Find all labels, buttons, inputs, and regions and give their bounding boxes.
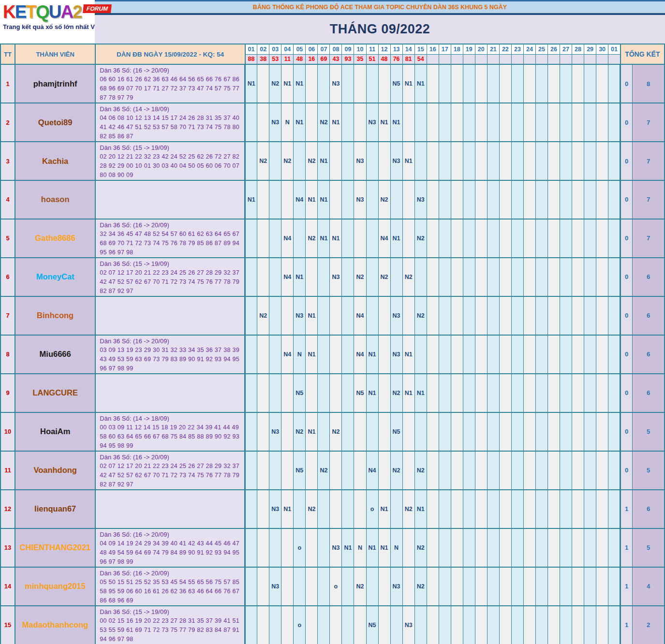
table-row: 3KachiaDàn 36 Số: (15 -> 19/09)02 20 12 … xyxy=(0,142,665,180)
day-cell xyxy=(523,64,535,103)
day-cell xyxy=(294,219,306,258)
day-cell: N5 xyxy=(390,64,402,103)
dan-range-label: Dàn 36 Số: (16 -> 20/09) xyxy=(100,569,242,578)
day-cell xyxy=(269,606,281,644)
day-cell xyxy=(535,180,547,219)
day-cell xyxy=(257,258,269,296)
day-cell xyxy=(414,142,427,180)
day-cell xyxy=(572,374,584,412)
day-column-header: 01 xyxy=(608,44,621,54)
day-cell xyxy=(451,451,463,490)
day-cell xyxy=(269,219,281,258)
day-cell xyxy=(378,64,390,103)
day-cell xyxy=(511,64,523,103)
total-left: 0 xyxy=(621,335,633,374)
table-row: 5Gathe8686Dàn 36 Số: (16 -> 20/09)32 34 … xyxy=(0,219,665,258)
day-cell xyxy=(245,490,257,528)
dan-cell: Dàn 36 Số: (16 -> 20/09)03 09 13 19 23 2… xyxy=(95,335,245,374)
day-cell: N3 xyxy=(354,180,366,219)
day-cell xyxy=(439,103,451,142)
day-cell xyxy=(487,567,499,606)
day-cell xyxy=(511,296,523,335)
day-cell: N2 xyxy=(402,258,414,296)
day-cell: N4 xyxy=(281,219,294,258)
total-right: 7 xyxy=(633,142,665,180)
day-cell xyxy=(596,528,608,567)
day-cell xyxy=(608,374,621,412)
total-left: 0 xyxy=(621,64,633,103)
total-right: 6 xyxy=(633,335,665,374)
day-cell xyxy=(499,142,511,180)
row-number: 14 xyxy=(0,567,15,606)
day-cell xyxy=(572,412,584,451)
day-cell: N2 xyxy=(294,412,306,451)
day-cell xyxy=(560,180,572,219)
row-number: 6 xyxy=(0,258,15,296)
day-cell xyxy=(342,103,354,142)
row-number: 15 xyxy=(0,606,15,644)
day-cell xyxy=(427,258,439,296)
day-cell xyxy=(596,296,608,335)
day-cell xyxy=(427,606,439,644)
member-name: hoason xyxy=(15,180,95,219)
day-cell xyxy=(378,451,390,490)
day-cell xyxy=(342,258,354,296)
day-cell xyxy=(427,219,439,258)
dan-numbers: 05 50 15 51 25 52 35 53 45 54 55 65 56 7… xyxy=(100,578,242,605)
row-number: 13 xyxy=(0,528,15,567)
dan-cell xyxy=(95,490,245,528)
day-cell xyxy=(427,180,439,219)
day-cell xyxy=(245,567,257,606)
day-cell xyxy=(475,528,487,567)
dan-range-label: Dàn 36 Số: (16 -> 20/09) xyxy=(100,530,242,539)
day-cell: N3 xyxy=(330,64,342,103)
day-cell: N1 xyxy=(414,374,427,412)
day-cell xyxy=(427,567,439,606)
day-cell: N1 xyxy=(306,296,318,335)
day-result xyxy=(511,54,523,64)
day-cell xyxy=(245,219,257,258)
day-cell: N1 xyxy=(366,374,378,412)
day-cell xyxy=(281,412,294,451)
day-column-header: 01 xyxy=(245,44,257,54)
day-cell xyxy=(342,142,354,180)
day-cell xyxy=(463,335,475,374)
day-cell: N5 xyxy=(390,412,402,451)
banner-title: BẢNG THỐNG KÊ PHONG ĐỘ ACE THAM GIA TOPI… xyxy=(95,0,665,15)
day-cell xyxy=(318,528,330,567)
day-cell xyxy=(245,103,257,142)
day-cell: N1 xyxy=(378,528,390,567)
day-cell: N1 xyxy=(402,142,414,180)
day-cell xyxy=(257,567,269,606)
day-cell: N1 xyxy=(330,219,342,258)
table-row: 10HoaiAmDàn 36 Số: (14 -> 18/09)00 03 09… xyxy=(0,412,665,451)
day-cell xyxy=(475,606,487,644)
day-cell xyxy=(499,412,511,451)
day-cell: N4 xyxy=(378,219,390,258)
dan-numbers: 02 07 12 17 20 21 22 23 24 25 26 27 28 2… xyxy=(100,462,242,489)
day-cell xyxy=(318,567,330,606)
day-cell xyxy=(547,296,560,335)
day-result: 11 xyxy=(281,54,294,64)
day-cell xyxy=(572,567,584,606)
day-cell xyxy=(584,64,596,103)
day-cell xyxy=(269,528,281,567)
day-cell xyxy=(523,374,535,412)
table-row: 4hoasonN1N4N1N1N3N2N307 xyxy=(0,180,665,219)
day-cell xyxy=(427,528,439,567)
day-cell xyxy=(475,142,487,180)
ketqua2-logo[interactable]: KETQUA2 FORUM Trang kết quả xổ số lớn nh… xyxy=(0,0,95,44)
total-right: 6 xyxy=(633,258,665,296)
member-name: Kachia xyxy=(15,142,95,180)
day-cell xyxy=(451,374,463,412)
day-result xyxy=(608,54,621,64)
day-cell xyxy=(245,258,257,296)
day-cell: N1 xyxy=(366,335,378,374)
day-cell xyxy=(354,64,366,103)
member-name: Madaothanhcong xyxy=(15,606,95,644)
day-cell xyxy=(572,103,584,142)
day-result: 54 xyxy=(414,54,427,64)
day-result xyxy=(572,54,584,64)
forum-badge: FORUM xyxy=(83,4,112,13)
day-cell xyxy=(439,64,451,103)
